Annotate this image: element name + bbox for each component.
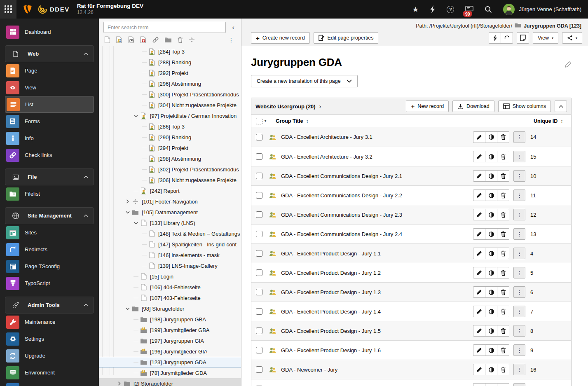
download-button[interactable]: Download: [452, 101, 494, 112]
sidebar-section-web[interactable]: Web: [5, 45, 94, 62]
tree-more-icon[interactable]: ⋮: [226, 37, 236, 43]
tree-item[interactable]: [306] Nicht zugelassene Projekte: [99, 175, 241, 185]
tree-item[interactable]: [78] Jurymitglieder GDA: [99, 367, 241, 378]
more-actions-button[interactable]: ⋮: [513, 286, 525, 298]
view-dropdown-button[interactable]: View▾: [533, 32, 558, 44]
new-external-url-page-icon[interactable]: [140, 36, 147, 43]
more-actions-button[interactable]: ⋮: [513, 151, 525, 162]
more-actions-button[interactable]: ⋮: [513, 248, 525, 259]
edit-record-button[interactable]: [473, 131, 485, 143]
tree-item[interactable]: [304] Nicht zugelassene Projekte: [99, 100, 241, 110]
delete-record-button[interactable]: [497, 383, 509, 386]
edit-page-properties-button[interactable]: Edit page properties: [314, 32, 379, 44]
tree-item[interactable]: [133] Library (LNS): [99, 218, 241, 228]
sidebar-item-sites[interactable]: Sites: [0, 224, 99, 241]
record-title[interactable]: GDA - Excellent Product Design - Jury 1.…: [281, 347, 473, 353]
sidebar-item-redirects[interactable]: Redirects: [0, 241, 99, 258]
row-checkbox[interactable]: [256, 269, 262, 276]
collapse-tree-icon[interactable]: ‹: [230, 24, 237, 31]
record-title[interactable]: GDA - Excellent Communications Design - …: [281, 173, 473, 179]
tree-item[interactable]: [2] Storagefolder: [99, 378, 241, 386]
selection-caret-icon[interactable]: ▾: [265, 119, 266, 123]
system-information-button[interactable]: 99: [465, 6, 473, 13]
toggle-visibility-button[interactable]: [485, 364, 497, 375]
tree-item[interactable]: [105] Datamanagement: [99, 207, 241, 218]
tree-item[interactable]: [300] Projekt-Präsentationsmodus: [99, 89, 241, 100]
record-title[interactable]: GDA - Excellent Product Design - Jury 1.…: [281, 270, 473, 276]
delete-record-button[interactable]: [497, 170, 509, 182]
sidebar-item-view[interactable]: View: [0, 79, 99, 96]
sidebar-section-site-management[interactable]: Site Management: [5, 207, 94, 224]
toggle-visibility-button[interactable]: [485, 306, 497, 317]
record-title[interactable]: GDA - Excellent Communications Design - …: [281, 192, 473, 199]
tree-chevron-right-icon[interactable]: [124, 199, 131, 205]
user-menu-button[interactable]: Jürgen Venne (Schaffrath): [503, 4, 581, 15]
tree-item[interactable]: [147] Spaltigkeiten - lns-grid-cont: [99, 239, 241, 250]
tree-item[interactable]: [296] Abstimmung: [99, 78, 241, 89]
toggle-visibility-button[interactable]: [485, 151, 497, 162]
row-checkbox[interactable]: [256, 134, 262, 140]
toggle-visibility-button[interactable]: [485, 131, 497, 143]
tree-chevron-down-icon[interactable]: [133, 113, 139, 119]
tree-item[interactable]: [290] Ranking: [99, 132, 241, 143]
collapse-panel-button[interactable]: [555, 101, 567, 112]
tree-item[interactable]: [198] Jurygruppen GBA: [99, 314, 241, 325]
delete-record-button[interactable]: [497, 286, 509, 298]
more-actions-button[interactable]: ⋮: [513, 325, 525, 337]
row-checkbox[interactable]: [256, 308, 262, 315]
tree-item[interactable]: [286] Top 3: [99, 121, 241, 132]
new-folder-icon[interactable]: [164, 37, 172, 43]
record-title[interactable]: GDA - Excellent Architecture - Jury 3.1: [281, 134, 473, 140]
edit-record-button[interactable]: [473, 228, 485, 240]
edit-record-button[interactable]: [473, 151, 485, 162]
tree-chevron-down-icon[interactable]: [133, 220, 139, 226]
more-actions-button[interactable]: ⋮: [513, 344, 525, 356]
edit-record-button[interactable]: [473, 170, 485, 182]
path-current-page[interactable]: Jurygruppen GDA [123]: [524, 23, 581, 29]
tree-item[interactable]: [98] Storagefolder: [99, 303, 241, 314]
bookmarks-button[interactable]: ★: [412, 5, 419, 14]
row-checkbox[interactable]: [256, 211, 262, 218]
search-button[interactable]: [485, 6, 492, 13]
record-title[interactable]: GDA - Excellent Product Design - Jury 1.…: [281, 250, 473, 257]
new-page-icon[interactable]: [104, 36, 110, 43]
more-actions-button[interactable]: ⋮: [513, 267, 525, 278]
delete-record-button[interactable]: [497, 228, 509, 240]
trash-icon[interactable]: [177, 37, 183, 43]
tree-item[interactable]: [292] Projekt: [99, 68, 241, 78]
new-record-button[interactable]: +New record: [406, 101, 449, 112]
row-checkbox[interactable]: [256, 289, 262, 295]
more-actions-button[interactable]: ⋮: [513, 170, 525, 182]
sidebar-item-page-tsconfig[interactable]: Page TSconfig: [0, 258, 99, 275]
toggle-visibility-button[interactable]: [485, 209, 497, 220]
link-icon[interactable]: [152, 36, 159, 43]
record-title[interactable]: GDA - Excellent Product Design - Jury 1.…: [281, 289, 473, 295]
toggle-visibility-button[interactable]: [485, 286, 497, 298]
chevron-up-icon[interactable]: [84, 52, 88, 55]
delete-record-button[interactable]: [497, 267, 509, 278]
chevron-up-icon[interactable]: [84, 214, 88, 217]
sidebar-item-item[interactable]: [0, 381, 99, 386]
more-actions-button[interactable]: ⋮: [513, 383, 525, 386]
row-checkbox[interactable]: [256, 153, 262, 160]
tree-item[interactable]: [196] Jurymitglieder GIA: [99, 346, 241, 357]
delete-record-button[interactable]: [497, 344, 509, 356]
tree-item[interactable]: [106] 404-Fehlerseite: [99, 282, 241, 292]
tree-item[interactable]: [284] Top 3: [99, 46, 241, 57]
sidebar-item-settings[interactable]: Settings: [0, 330, 99, 347]
tree-chevron-down-icon[interactable]: [124, 306, 131, 312]
edit-record-button[interactable]: [473, 306, 485, 317]
edit-record-button[interactable]: [473, 209, 485, 220]
tree-item[interactable]: [139] LNS-Image-Gallery: [99, 260, 241, 271]
chevron-up-icon[interactable]: [84, 175, 88, 178]
more-actions-button[interactable]: ⋮: [513, 189, 525, 201]
record-title[interactable]: GDA - Excellent Communications Design - …: [281, 231, 473, 237]
record-title[interactable]: GDA - Excellent Communications Design - …: [281, 212, 473, 218]
more-actions-button[interactable]: ⋮: [513, 306, 525, 317]
sidebar-section-file[interactable]: File: [5, 168, 94, 185]
tree-chevron-down-icon[interactable]: [124, 209, 131, 215]
toggle-visibility-button[interactable]: [485, 267, 497, 278]
tree-item[interactable]: [298] Abstimmung: [99, 153, 241, 164]
delete-record-button[interactable]: [497, 209, 509, 220]
more-actions-button[interactable]: ⋮: [513, 364, 525, 375]
